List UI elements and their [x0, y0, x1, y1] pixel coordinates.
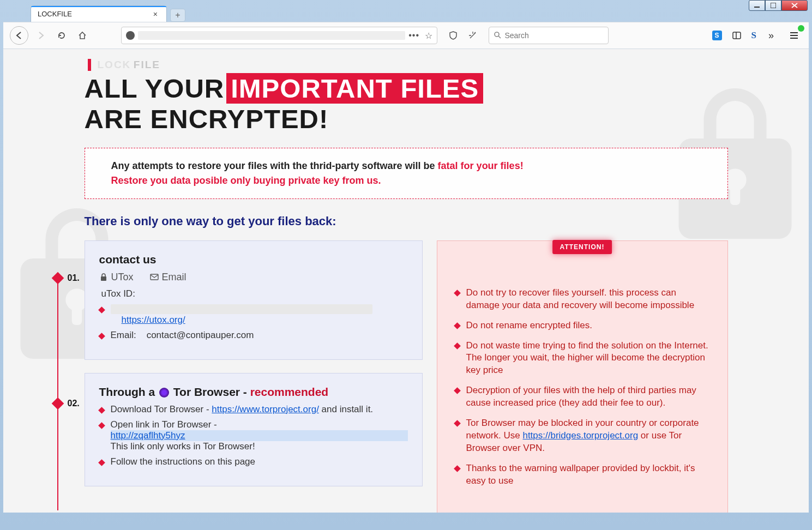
tor-heading: Through a Tor Browser - recommended: [99, 386, 408, 399]
app-menu-button[interactable]: [786, 27, 802, 44]
email-label: Email:: [111, 330, 136, 340]
warning-line1: Any attempts to restore your files with …: [111, 160, 701, 172]
brand-row: LOCK FILE: [85, 59, 728, 71]
headline-pre: ALL YOUR: [85, 73, 225, 104]
torproject-link[interactable]: https://www.torproject.org/: [212, 404, 319, 414]
bookmark-star-icon[interactable]: ☆: [425, 31, 432, 41]
addon-stylus-icon[interactable]: S: [751, 30, 756, 41]
diamond-icon: [51, 272, 64, 284]
step-number: 02.: [68, 399, 80, 408]
browser-toolbar: ••• ☆ S S »: [3, 22, 809, 49]
headline: ALL YOUR IMPORTANT FILES ARE ENCRYPTED!: [85, 73, 728, 135]
warning-line2: Restore you data posible only buying pri…: [111, 175, 701, 186]
diamond-icon: [454, 420, 461, 427]
diamond-icon: [98, 422, 105, 429]
attention-item: Decryption of your files with the help o…: [455, 384, 710, 409]
update-indicator-icon: [798, 25, 804, 32]
diamond-icon: [454, 290, 461, 297]
brand-tick: [88, 59, 91, 71]
diamond-icon: [454, 387, 461, 394]
contact-heading: contact us: [99, 253, 408, 266]
diamond-icon: [51, 397, 64, 409]
page-viewport: LOCK FILE ALL YOUR IMPORTANT FILES ARE E…: [3, 49, 809, 513]
brand-file-text: FILE: [134, 59, 160, 70]
tor-onion-icon: [159, 388, 169, 398]
svg-rect-8: [730, 185, 740, 205]
page-actions-icon[interactable]: •••: [408, 31, 419, 41]
tab-close-icon[interactable]: ×: [151, 10, 160, 19]
url-text-redacted: [138, 31, 405, 40]
window-close-button[interactable]: [781, 0, 808, 11]
brand-lock-text: LOCK: [98, 59, 131, 70]
site-identity-icon: [126, 31, 135, 40]
mail-icon: [150, 273, 159, 281]
diamond-icon: [454, 465, 461, 472]
diamond-icon: [98, 333, 105, 340]
utox-link[interactable]: https://utox.org/: [122, 315, 185, 325]
nav-back-button[interactable]: [10, 26, 28, 45]
svg-rect-9: [101, 276, 106, 281]
window-minimize-button[interactable]: [749, 0, 765, 11]
browser-tab-active[interactable]: LOCKFILE ×: [31, 5, 167, 22]
overflow-menu-icon[interactable]: »: [763, 27, 779, 44]
addon-skype-icon[interactable]: S: [712, 31, 722, 40]
tab-strip: LOCKFILE × +: [3, 3, 809, 22]
bridges-link[interactable]: https://bridges.torproject.org: [522, 430, 638, 441]
attention-item: Do not try to recover files yourself. th…: [455, 287, 710, 312]
svg-rect-3: [733, 32, 741, 39]
timeline: 01. 02.: [52, 273, 90, 423]
nav-forward-button: [33, 27, 49, 44]
tor-card: Through a Tor Browser - recommended Down…: [85, 373, 423, 486]
onion-link[interactable]: http://zqaflhty5hyz: [111, 430, 188, 441]
step-number: 01.: [68, 273, 80, 283]
diamond-icon: [98, 407, 105, 414]
search-icon: [494, 31, 501, 40]
sparkle-icon[interactable]: [465, 27, 481, 44]
headline-highlight: IMPORTANT FILES: [226, 73, 483, 104]
diamond-icon: [98, 459, 105, 466]
subheading: There is only one way to get your files …: [85, 214, 728, 228]
tab-title: LOCKFILE: [38, 10, 72, 18]
search-bar[interactable]: [489, 27, 609, 44]
diamond-icon: [454, 322, 461, 329]
attention-item: Do not waste time trying to find the sol…: [455, 340, 710, 377]
attention-item: Do not rename encrypted files.: [455, 320, 710, 332]
svg-rect-1: [771, 3, 776, 8]
contact-email: Email: [150, 272, 187, 283]
diamond-icon: [454, 342, 461, 350]
headline-post: ARE ENCRYPTED!: [85, 104, 329, 134]
shield-tracking-icon[interactable]: [445, 27, 461, 44]
tor-only-note: This link only works in Tor Browser!: [111, 441, 255, 451]
tor-step3: Follow the instructions on this page: [111, 456, 256, 467]
warning-box: Any attempts to restore your files with …: [85, 148, 728, 199]
attention-badge: ATTENTION!: [552, 240, 612, 254]
reload-button[interactable]: [53, 27, 70, 44]
attention-item: Thanks to the warning wallpaper provided…: [455, 462, 710, 487]
attention-panel: ATTENTION! Do not try to recover files y…: [437, 240, 728, 513]
url-bar[interactable]: ••• ☆: [121, 27, 437, 44]
utox-id-label: uTox ID:: [101, 288, 135, 299]
diamond-icon: [98, 306, 105, 314]
search-input[interactable]: [504, 31, 604, 40]
svg-rect-10: [151, 274, 158, 280]
svg-point-2: [495, 32, 499, 37]
new-tab-button[interactable]: +: [170, 9, 185, 22]
home-button[interactable]: [74, 27, 91, 44]
attention-item: Tor Browser may be blocked in your count…: [455, 417, 710, 455]
contact-card: contact us UTox Email uTox ID: https://u…: [85, 240, 423, 360]
utox-id-redacted: [111, 304, 372, 314]
window-maximize-button[interactable]: [765, 0, 781, 11]
contact-utox: UTox: [99, 272, 134, 283]
lock-icon: [99, 273, 108, 281]
tor-open-label: Open link in Tor Browser -: [111, 419, 217, 430]
svg-rect-0: [754, 7, 760, 8]
sidebar-toggle-icon[interactable]: [729, 27, 745, 44]
email-value: contact@contipauper.com: [147, 330, 254, 340]
